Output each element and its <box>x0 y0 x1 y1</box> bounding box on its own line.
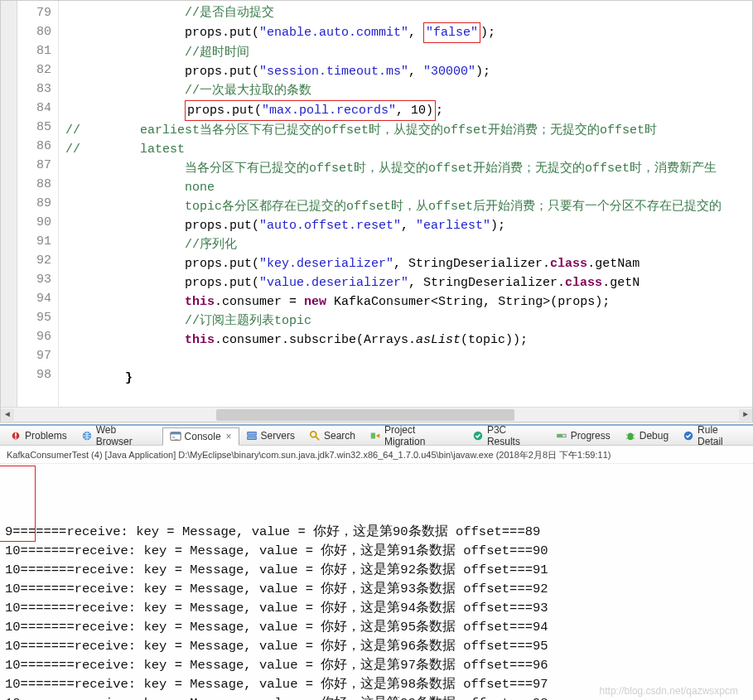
scroll-thumb[interactable] <box>216 409 514 421</box>
highlight-box <box>0 466 36 542</box>
code-line[interactable]: //序列化 <box>65 235 752 254</box>
tab-label: Web Browser <box>96 424 155 447</box>
code-line[interactable]: //是否自动提交 <box>65 3 752 22</box>
code-line[interactable]: props.put("value.deserializer", StringDe… <box>65 273 752 292</box>
tab-rule-detail[interactable]: Rule Detail <box>676 422 753 450</box>
svg-point-15 <box>627 432 633 440</box>
bottom-panel: Problems Web Browser >_ Console × Server… <box>0 424 753 700</box>
rule-icon <box>683 430 694 442</box>
tab-label: Progress <box>571 430 611 442</box>
views-tabstrip: Problems Web Browser >_ Console × Server… <box>0 426 753 446</box>
tab-label: Rule Detail <box>697 424 746 447</box>
tab-p3c[interactable]: P3C Results <box>466 422 549 450</box>
tab-progress[interactable]: Progress <box>549 427 618 444</box>
code-line[interactable]: props.put("session.timeout.ms", "30000")… <box>65 62 752 81</box>
tab-label: P3C Results <box>487 424 542 447</box>
horizontal-scrollbar[interactable]: ◄ ► <box>1 407 752 422</box>
code-line[interactable]: // earliest当各分区下有已提交的offset时，从提交的offset开… <box>65 121 752 140</box>
line-gutter: 7980818283848586878889909192939495969798 <box>17 1 59 407</box>
code-line[interactable]: this.consumer = new KafkaConsumer<String… <box>65 292 752 311</box>
code-line[interactable]: //一次最大拉取的条数 <box>65 81 752 100</box>
scroll-right-arrow[interactable]: ► <box>739 409 752 421</box>
svg-line-10 <box>316 436 319 439</box>
code-line[interactable]: //超时时间 <box>65 43 752 62</box>
code-line[interactable]: props.put("max.poll.records", 10); <box>65 100 752 121</box>
code-line[interactable]: none <box>65 178 752 197</box>
code-line[interactable]: 当各分区下有已提交的offset时，从提交的offset开始消费；无提交的off… <box>65 159 752 178</box>
tab-label: Search <box>324 430 355 442</box>
scroll-left-arrow[interactable]: ◄ <box>1 409 14 421</box>
console-line: 10=======receive: key = Message, value =… <box>5 599 748 618</box>
code-line[interactable]: } <box>65 369 752 388</box>
globe-icon <box>81 430 93 442</box>
console-line: 10=======receive: key = Message, value =… <box>5 561 748 580</box>
progress-icon <box>556 430 567 442</box>
close-icon[interactable]: × <box>226 431 232 442</box>
svg-rect-2 <box>15 437 17 438</box>
code-line[interactable]: props.put("auto.offset.reset", "earliest… <box>65 216 752 235</box>
console-line: 9=======receive: key = Message, value = … <box>5 523 748 542</box>
tab-search[interactable]: Search <box>302 427 363 444</box>
console-line: 10=======receive: key = Message, value =… <box>5 637 748 656</box>
tab-label: Console <box>185 431 221 442</box>
code-editor[interactable]: 7980818283848586878889909192939495969798… <box>0 0 753 422</box>
code-line[interactable]: props.put("key.deserializer", StringDese… <box>65 254 752 273</box>
svg-rect-7 <box>247 432 256 435</box>
tab-debug[interactable]: Debug <box>618 427 676 444</box>
tab-project-migration[interactable]: Project Migration <box>363 422 466 450</box>
tab-label: Servers <box>261 430 295 442</box>
console-line: 10=======receive: key = Message, value =… <box>5 618 748 637</box>
search-icon <box>309 430 321 442</box>
tab-label: Debug <box>640 430 669 442</box>
console-line: 10=======receive: key = Message, value =… <box>5 580 748 599</box>
console-output[interactable]: 9=======receive: key = Message, value = … <box>0 464 753 700</box>
launch-info: KafkaConsumerTest (4) [Java Application]… <box>0 446 753 464</box>
code-line[interactable]: topic各分区都存在已提交的offset时，从offset后开始消费；只要有一… <box>65 197 752 216</box>
tab-label: Problems <box>25 430 67 442</box>
svg-line-19 <box>632 437 635 438</box>
console-line: 10=======receive: key = Message, value =… <box>5 675 748 694</box>
svg-rect-14 <box>557 434 562 437</box>
console-line: 10=======receive: key = Message, value =… <box>5 542 748 561</box>
svg-rect-8 <box>247 436 256 439</box>
console-icon: >_ <box>170 431 181 442</box>
p3c-icon <box>472 430 484 442</box>
server-icon <box>246 430 258 442</box>
svg-point-9 <box>311 431 316 437</box>
console-line: 10=======receive: key = Message, value =… <box>5 656 748 675</box>
problems-icon <box>10 430 22 442</box>
code-line[interactable]: this.consumer.subscribe(Arrays.asList(to… <box>65 331 752 350</box>
code-line[interactable]: // latest <box>65 140 752 159</box>
svg-rect-1 <box>15 432 17 436</box>
tab-problems[interactable]: Problems <box>3 427 75 444</box>
svg-text:>_: >_ <box>171 433 178 439</box>
console-line: 10=======receive: key = Message, value =… <box>5 694 748 700</box>
migration-icon <box>369 430 381 442</box>
tab-label: Project Migration <box>384 424 458 447</box>
vertical-ruler <box>1 1 17 407</box>
svg-rect-11 <box>371 432 375 438</box>
tab-webbrowser[interactable]: Web Browser <box>75 422 162 450</box>
code-line[interactable] <box>65 350 752 369</box>
tab-console[interactable]: >_ Console × <box>162 427 239 446</box>
code-line[interactable]: //订阅主题列表topic <box>65 311 752 331</box>
tab-servers[interactable]: Servers <box>239 427 302 444</box>
svg-line-18 <box>625 437 628 438</box>
editor-body: 7980818283848586878889909192939495969798… <box>1 1 752 407</box>
code-line[interactable]: props.put("enable.auto.commit", "false")… <box>65 22 752 43</box>
bug-icon <box>625 430 636 442</box>
code-area[interactable]: //是否自动提交 props.put("enable.auto.commit",… <box>59 1 752 407</box>
